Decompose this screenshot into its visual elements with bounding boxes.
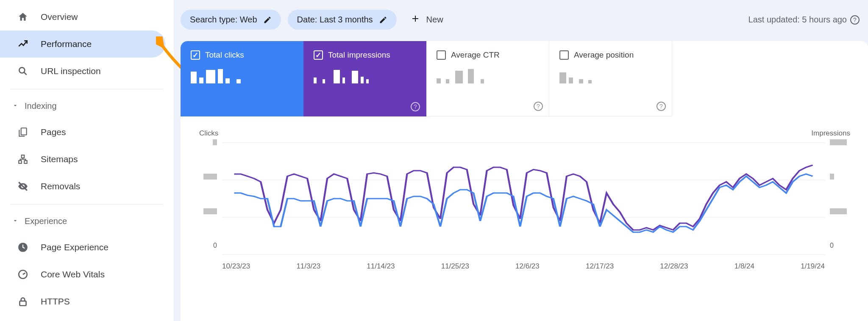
page-experience-icon [17,241,29,253]
y-axis-left-label: Clicks [199,129,218,138]
sidebar-item-url-inspection[interactable]: URL inspection [0,58,165,85]
sidebar-item-removals[interactable]: Removals [0,173,165,200]
checkbox-icon [559,50,569,60]
sidebar-item-label: Performance [41,39,92,49]
line-impressions [234,165,812,230]
y-axis-right: 0 [830,138,853,249]
y-axis-left: 0 [198,138,217,249]
metric-total-clicks[interactable]: Total clicks [181,41,303,116]
metric-label: Average CTR [451,50,500,60]
checkbox-icon [191,50,200,60]
x-tick: 12/17/23 [586,262,614,271]
metric-value-redacted [437,66,492,83]
edit-icon [379,16,387,24]
svg-rect-7 [19,301,26,306]
chip-label: Search type: Web [190,15,257,25]
sidebar-item-label: Page Experience [41,242,108,252]
sidebar-item-pages[interactable]: Pages [0,119,165,146]
metric-label: Average position [574,50,634,60]
x-tick: 11/14/23 [367,262,395,271]
sidebar-item-performance[interactable]: Performance [0,30,165,58]
sidebar-item-label: Core Web Vitals [41,269,105,279]
y-tick-zero: 0 [830,242,834,249]
home-icon [17,11,29,23]
metric-label: Total impressions [328,50,390,60]
filter-bar: Search type: Web Date: Last 3 months New… [174,8,868,41]
chevron-down-icon [12,216,19,226]
sitemaps-icon [17,153,29,165]
y-tick-redacted [830,139,847,145]
help-icon[interactable]: ? [534,102,543,111]
new-label: New [426,15,443,25]
metric-value-redacted [191,66,246,83]
y-tick-redacted [830,208,847,214]
x-tick: 1/8/24 [734,262,754,271]
last-updated-text: Last updated: 5 hours ago [748,15,847,25]
chip-date[interactable]: Date: Last 3 months [288,10,397,30]
new-filter-button[interactable]: New [403,8,450,31]
pages-icon [17,126,29,138]
help-icon[interactable]: ? [850,15,860,25]
y-tick-redacted [203,208,217,214]
chart-area: Clicks Impressions 0 0 [181,116,868,271]
x-tick: 10/23/23 [222,262,250,271]
sidebar-item-https[interactable]: HTTPS [0,288,165,315]
chip-search-type[interactable]: Search type: Web [181,10,281,30]
removals-icon [17,180,29,192]
sidebar-group-experience[interactable]: Experience [0,209,174,234]
x-tick: 12/6/23 [515,262,540,271]
svg-point-0 [19,67,25,73]
sidebar-item-label: URL inspection [41,66,101,76]
svg-rect-1 [21,128,27,135]
sidebar-item-label: HTTPS [41,296,70,307]
x-tick: 11/25/23 [441,262,469,271]
metric-label: Total clicks [205,50,244,60]
metric-value-redacted [314,66,369,83]
plus-icon [410,14,420,26]
svg-rect-4 [24,160,27,163]
metric-average-position[interactable]: Average position ? [549,41,672,116]
search-icon [17,65,29,77]
sidebar-item-label: Removals [41,181,80,191]
checkbox-icon [437,50,446,60]
svg-rect-2 [22,155,25,158]
chip-label: Date: Last 3 months [297,15,373,25]
y-axis-right-label: Impressions [811,129,850,138]
sidebar-item-label: Overview [41,12,78,22]
checkbox-icon [314,50,323,60]
metric-average-ctr[interactable]: Average CTR ? [426,41,549,116]
sidebar-item-sitemaps[interactable]: Sitemaps [0,146,165,173]
performance-card: Total clicks Total impressions [181,41,868,321]
sidebar-group-indexing[interactable]: Indexing [0,94,174,119]
sidebar-item-overview[interactable]: Overview [0,3,165,30]
y-tick-redacted [830,174,834,180]
group-label: Indexing [25,101,57,111]
help-icon[interactable]: ? [411,102,420,111]
x-tick: 12/28/23 [660,262,688,271]
sidebar-item-page-experience[interactable]: Page Experience [0,234,165,261]
divider [10,89,164,89]
chevron-down-icon [12,101,19,111]
x-tick: 1/19/24 [801,262,825,271]
y-tick-zero: 0 [213,242,217,249]
lock-icon [17,296,29,307]
y-tick-redacted [203,174,217,180]
edit-icon [263,16,272,24]
trend-icon [17,38,29,50]
divider [10,204,164,205]
y-tick-redacted [213,139,217,145]
cwv-icon [17,268,29,280]
group-label: Experience [25,216,67,226]
sidebar-item-label: Sitemaps [41,154,78,164]
sidebar: Overview Performance URL inspection Inde… [0,0,174,321]
svg-rect-3 [19,160,22,163]
sidebar-item-label: Pages [41,127,66,137]
metric-total-impressions[interactable]: Total impressions ? [303,41,426,116]
sidebar-item-core-web-vitals[interactable]: Core Web Vitals [0,261,165,288]
help-icon[interactable]: ? [657,102,666,111]
x-axis: 10/23/2311/3/2311/14/2311/25/2312/6/2312… [222,258,825,271]
x-tick: 11/3/23 [296,262,320,271]
chart-plot[interactable] [222,139,825,258]
metric-value-redacted [559,66,615,83]
main-content: Search type: Web Date: Last 3 months New… [174,0,868,321]
